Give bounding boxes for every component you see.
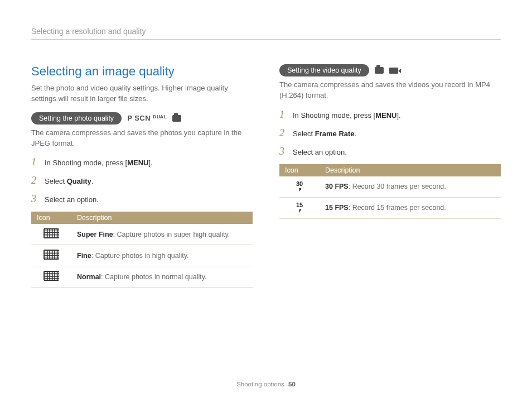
th-icon: Icon — [279, 164, 320, 176]
page-number: 50 — [288, 381, 296, 387]
step-number: 1 — [31, 156, 39, 168]
step-text: Select — [45, 177, 67, 185]
th-desc: Description — [71, 212, 253, 224]
option-desc: : Capture photos in high quality. — [91, 252, 189, 260]
photo-steps: 1 In Shooting mode, press [MENU]. 2 Sele… — [31, 156, 253, 205]
photo-quality-pill: Setting the photo quality — [31, 112, 122, 125]
step-text: Select — [293, 130, 315, 138]
camera-icon — [172, 115, 181, 122]
option-label: Normal — [77, 273, 101, 281]
video-quality-header: Setting the video quality — [279, 64, 501, 76]
photo-step-3: 3 Select an option. — [31, 193, 253, 205]
step-number: 1 — [279, 109, 287, 121]
step-text: ]. — [396, 111, 400, 119]
option-label: Super Fine — [77, 231, 113, 238]
page-title: Selecting an image quality — [31, 64, 253, 79]
step-number: 2 — [279, 127, 287, 139]
photo-quality-header: Setting the photo quality P SCN ᴰᵁᴬᴸ — [31, 112, 253, 125]
step-text: In Shooting mode, press [ — [45, 159, 127, 167]
fps-15-icon: 15ꜰ — [296, 202, 303, 213]
frame-rate-label: Frame Rate — [315, 130, 355, 138]
step-number: 3 — [31, 193, 39, 205]
step-number: 3 — [279, 146, 287, 157]
video-step-1: 1 In Shooting mode, press [MENU]. — [279, 109, 501, 121]
option-desc: : Record 15 frames per second. — [349, 204, 446, 212]
video-step-3: 3 Select an option. — [279, 146, 501, 157]
step-text: Select an option. — [293, 148, 347, 156]
quality-superfine-icon — [43, 228, 59, 238]
th-desc: Description — [320, 164, 501, 176]
quality-fine-icon — [43, 250, 59, 260]
footer-section: Shooting options — [236, 381, 284, 387]
video-quality-pill: Setting the video quality — [279, 64, 369, 76]
quality-label: Quality — [67, 177, 91, 185]
intro-text: Set the photo and video quality settings… — [31, 83, 253, 104]
photo-step-1: 1 In Shooting mode, press [MENU]. — [31, 156, 253, 168]
step-text: Select an option. — [45, 195, 99, 204]
video-steps: 1 In Shooting mode, press [MENU]. 2 Sele… — [279, 109, 501, 157]
fps-30-icon: 30ꜰ — [296, 181, 303, 192]
manual-page: Selecting a resolution and quality Selec… — [0, 0, 532, 402]
photo-format-text: The camera compresses and saves the phot… — [31, 128, 253, 149]
table-row: Normal: Capture photos in normal quality… — [31, 266, 253, 288]
left-column: Selecting an image quality Set the photo… — [31, 64, 253, 288]
mode-p-scn-dual-icon: P SCN ᴰᵁᴬᴸ — [127, 114, 167, 122]
option-label: 30 FPS — [325, 183, 349, 190]
photo-quality-table: Icon Description Super Fine: Capture pho… — [31, 212, 253, 288]
table-row: 15ꜰ 15 FPS: Record 15 frames per second. — [279, 197, 501, 218]
breadcrumb: Selecting a resolution and quality — [31, 27, 501, 40]
photo-step-2: 2 Select Quality. — [31, 175, 253, 186]
camera-icon — [375, 67, 384, 74]
video-icon — [389, 68, 398, 74]
option-desc: : Record 30 frames per second. — [349, 183, 446, 190]
step-text: . — [91, 177, 94, 185]
table-row: Fine: Capture photos in high quality. — [31, 245, 253, 266]
option-desc: : Capture photos in super high quality. — [113, 231, 230, 238]
option-label: 15 FPS — [325, 204, 349, 212]
page-footer: Shooting options 50 — [0, 381, 532, 387]
step-text: ]. — [148, 159, 152, 167]
video-quality-table: Icon Description 30ꜰ 30 FPS: Record 30 f… — [279, 164, 501, 219]
table-row: Super Fine: Capture photos in super high… — [31, 224, 253, 245]
content-columns: Selecting an image quality Set the photo… — [31, 64, 501, 288]
th-icon: Icon — [31, 212, 71, 224]
quality-normal-icon — [43, 271, 59, 281]
video-format-text: The camera compresses and saves the vide… — [279, 80, 501, 101]
step-number: 2 — [31, 175, 39, 186]
video-step-2: 2 Select Frame Rate. — [279, 127, 501, 139]
table-row: 30ꜰ 30 FPS: Record 30 frames per second. — [279, 176, 501, 198]
option-desc: : Capture photos in normal quality. — [101, 273, 206, 281]
menu-label: MENU — [375, 111, 396, 119]
step-text: In Shooting mode, press [ — [293, 111, 375, 119]
step-text: . — [355, 130, 357, 138]
option-label: Fine — [77, 252, 91, 260]
right-column: Setting the video quality The camera com… — [279, 64, 501, 288]
menu-label: MENU — [127, 159, 148, 167]
